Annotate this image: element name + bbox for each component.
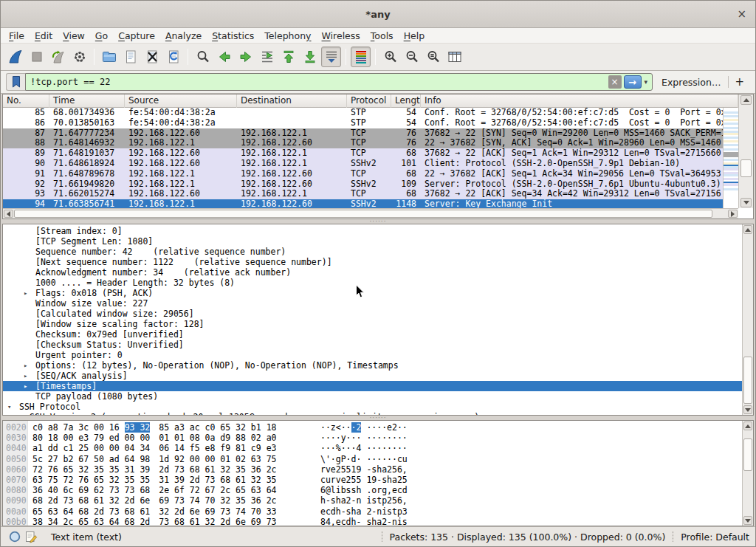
filter-apply-button[interactable]: → xyxy=(624,75,642,89)
packet-list-hscrollbar[interactable] xyxy=(3,208,738,219)
hex-bytes[interactable]: a1 dd c1 25 00 00 04 3406 14 f5 e8 f9 81… xyxy=(32,443,277,453)
hex-bytes[interactable]: 38 34 2c 65 63 64 68 2d73 68 61 32 2d 6e… xyxy=(32,517,277,526)
column-header-length[interactable]: Length xyxy=(391,94,421,108)
menu-capture[interactable]: Capture xyxy=(113,29,160,43)
find-packet-button[interactable] xyxy=(193,47,213,67)
details-vscrollbar[interactable] xyxy=(742,224,753,415)
scroll-down-button[interactable] xyxy=(740,198,752,207)
collapsed-arrow-icon[interactable]: ▸ xyxy=(24,371,27,381)
scroll-left-button[interactable] xyxy=(4,210,13,218)
display-filter-input[interactable]: !tcp.port == 22 xyxy=(26,77,608,87)
detail-line[interactable]: Checksum: 0x79ed [unverified] xyxy=(3,329,753,340)
hex-bytes[interactable]: 65 63 64 68 2d 73 68 6132 2d 6e 69 73 74… xyxy=(32,506,277,517)
menu-go[interactable]: Go xyxy=(90,29,113,43)
hex-row-0040[interactable]: 0040a1 dd c1 25 00 00 04 3406 14 f5 e8 f… xyxy=(3,443,753,453)
packet-row-91[interactable]: 9171.648789678192.168.122.1192.168.122.6… xyxy=(3,169,723,179)
column-header-time[interactable]: Time xyxy=(49,94,125,108)
capture-start-button[interactable] xyxy=(5,47,25,67)
detail-line[interactable]: Sequence number: 42 (relative sequence n… xyxy=(3,247,753,257)
collapsed-arrow-icon[interactable]: ▸ xyxy=(24,360,27,371)
detail-line[interactable]: ▸SSH Version 2 (encryption:chacha20-poly… xyxy=(3,412,753,416)
packet-row-88[interactable]: 8871.648146932192.168.122.1192.168.122.6… xyxy=(3,138,723,148)
menu-file[interactable]: File xyxy=(4,29,30,43)
hex-bytes[interactable]: 72 76 65 32 35 35 31 392d 73 68 61 32 35… xyxy=(32,464,277,475)
detail-line[interactable]: [Calculated window size: 29056] xyxy=(3,309,753,319)
capture-stop-button[interactable] xyxy=(27,47,47,67)
detail-line[interactable]: [Checksum Status: Unverified] xyxy=(3,340,753,350)
bytes-scroll-up-button[interactable] xyxy=(743,422,752,430)
zoom-original-button[interactable] xyxy=(423,47,443,67)
hex-ascii[interactable]: ··z<···2····e2·· xyxy=(320,422,408,433)
bytes-vscroll-thumb[interactable] xyxy=(743,438,752,471)
capture-comment-button[interactable] xyxy=(23,529,39,544)
packet-row-92[interactable]: 9271.661949820192.168.122.1192.168.122.6… xyxy=(3,179,723,190)
detail-line[interactable]: ▸Flags: 0x018 (PSH, ACK) xyxy=(3,288,753,298)
hex-ascii[interactable]: ···%···4········ xyxy=(320,443,408,453)
menu-view[interactable]: View xyxy=(58,29,90,43)
hex-ascii[interactable]: 6@libssh.org,ecd xyxy=(320,485,408,495)
bytes-vscrollbar[interactable] xyxy=(742,421,753,526)
menu-tools[interactable]: Tools xyxy=(365,29,399,43)
save-file-button[interactable] xyxy=(120,47,140,67)
hex-ascii[interactable]: \'·gP·d·······cu xyxy=(320,454,408,464)
detail-line[interactable]: [TCP Segment Len: 1080] xyxy=(3,236,753,247)
detail-line[interactable]: [Next sequence number: 1122 (relative se… xyxy=(3,257,753,267)
expression-button[interactable]: Expression… xyxy=(653,77,728,88)
menu-telephony[interactable]: Telephony xyxy=(259,29,316,43)
close-window-button[interactable]: × xyxy=(737,7,746,21)
packet-row-89[interactable]: 8971.648191037192.168.122.60192.168.122.… xyxy=(3,148,723,159)
scroll-right-button[interactable] xyxy=(728,210,738,218)
intelligent-scrollbar-minimap[interactable] xyxy=(723,108,738,208)
hex-row-0080[interactable]: 008036 40 6c 69 62 73 73 682e 6f 72 67 2… xyxy=(3,485,753,495)
column-header-info[interactable]: Info xyxy=(421,94,738,108)
column-header-no[interactable]: No. xyxy=(3,94,49,108)
details-scroll-down-button[interactable] xyxy=(743,405,752,414)
hex-ascii[interactable]: ecdh-sha2-nistp3 xyxy=(320,506,408,517)
zoom-in-button[interactable] xyxy=(380,47,400,67)
go-back-button[interactable] xyxy=(214,47,234,67)
packet-row-90[interactable]: 9071.648618924192.168.122.60192.168.122.… xyxy=(3,159,723,169)
hex-row-00b0[interactable]: 00b038 34 2c 65 63 64 68 2d73 68 61 32 2… xyxy=(3,517,753,526)
hex-ascii[interactable]: rve25519-sha256, xyxy=(320,464,408,475)
menu-analyze[interactable]: Analyze xyxy=(160,29,207,43)
detail-line[interactable]: ▸Options: (12 bytes), No-Operation (NOP)… xyxy=(3,360,753,371)
resize-columns-button[interactable] xyxy=(444,47,464,67)
hex-bytes[interactable]: 36 40 6c 69 62 73 73 682e 6f 72 67 2c 65… xyxy=(32,485,277,495)
hex-row-0060[interactable]: 006072 76 65 32 35 35 31 392d 73 68 61 3… xyxy=(3,464,753,475)
menu-wireless[interactable]: Wireless xyxy=(317,29,365,43)
hex-bytes[interactable]: c0 a8 7a 3c 00 16 93 3285 a3 ac c0 65 32… xyxy=(32,422,277,433)
hex-ascii[interactable]: 84,ecdh-sha2-nis xyxy=(320,517,408,526)
column-header-source[interactable]: Source xyxy=(125,94,237,108)
bytes-scroll-down-button[interactable] xyxy=(743,516,752,525)
hex-row-0090[interactable]: 009068 2d 73 68 61 32 2d 6e69 73 74 70 3… xyxy=(3,495,753,506)
detail-line[interactable]: ▾SSH Protocol xyxy=(3,402,753,412)
hex-ascii[interactable]: h-sha2-nistp256, xyxy=(320,495,408,506)
hscroll-thumb[interactable] xyxy=(14,210,712,218)
hex-bytes[interactable]: 68 2d 73 68 61 32 2d 6e69 73 74 70 32 35… xyxy=(32,495,277,506)
menu-help[interactable]: Help xyxy=(399,29,430,43)
detail-line[interactable]: Urgent pointer: 0 xyxy=(3,350,753,360)
hex-row-0070[interactable]: 007063 75 72 76 65 32 35 3531 39 2d 73 6… xyxy=(3,475,753,485)
add-filter-button[interactable]: + xyxy=(729,75,750,89)
capture-options-button[interactable] xyxy=(69,47,89,67)
detail-line[interactable]: [Stream index: 0] xyxy=(3,226,753,236)
go-forward-button[interactable] xyxy=(236,47,255,67)
hex-row-0020[interactable]: 0020c0 a8 7a 3c 00 16 93 3285 a3 ac c0 6… xyxy=(3,422,753,433)
hex-bytes[interactable]: 63 75 72 76 65 32 35 3531 39 2d 73 68 61… xyxy=(32,475,277,485)
column-header-protocol[interactable]: Protocol xyxy=(347,94,391,108)
details-scroll-up-button[interactable] xyxy=(743,225,752,234)
go-last-button[interactable] xyxy=(300,47,320,67)
display-filter-field[interactable]: !tcp.port == 22 × → ▾ xyxy=(25,73,653,91)
go-to-packet-button[interactable] xyxy=(257,47,277,67)
vscroll-thumb[interactable] xyxy=(740,159,752,177)
hex-row-0050[interactable]: 00505c 27 b2 67 50 ad 64 981d 92 00 00 0… xyxy=(3,454,753,464)
go-first-button[interactable] xyxy=(278,47,298,67)
zoom-out-button[interactable] xyxy=(402,47,422,67)
collapsed-arrow-icon[interactable]: ▸ xyxy=(18,412,21,416)
hex-bytes[interactable]: 80 18 00 e3 79 ed 00 0001 01 08 0a d9 88… xyxy=(32,433,277,443)
hex-ascii[interactable]: ····y··········· xyxy=(320,433,408,443)
detail-line[interactable]: 1000 .... = Header Length: 32 bytes (8) xyxy=(3,278,753,288)
detail-line[interactable]: Acknowledgment number: 34 (relative ack … xyxy=(3,267,753,278)
hex-row-0030[interactable]: 003080 18 00 e3 79 ed 00 0001 01 08 0a d… xyxy=(3,433,753,443)
expanded-arrow-icon[interactable]: ▾ xyxy=(7,402,11,412)
